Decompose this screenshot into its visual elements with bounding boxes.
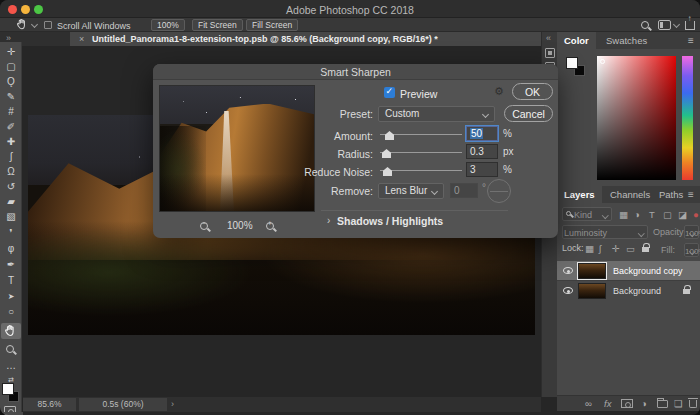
expand-panels-icon[interactable]: « bbox=[546, 33, 551, 43]
brush-tool[interactable]: ʃ bbox=[0, 151, 22, 163]
layer-name[interactable]: Background copy bbox=[613, 266, 683, 276]
lock-transparent-icon[interactable]: ▦ bbox=[585, 243, 594, 254]
layer-row-background-copy[interactable]: Background copy bbox=[557, 261, 700, 280]
hand-tool[interactable] bbox=[4, 324, 18, 340]
cancel-button[interactable]: Cancel bbox=[504, 105, 553, 122]
link-layers-icon[interactable]: ∞ bbox=[585, 398, 592, 409]
shape-tool[interactable]: ○ bbox=[0, 306, 22, 318]
tool-preset-chevron-icon[interactable] bbox=[31, 21, 38, 28]
amount-input[interactable]: 50 bbox=[466, 126, 498, 141]
tab-channels[interactable]: Channels bbox=[603, 186, 657, 203]
preview-zoom-level[interactable]: 100% bbox=[227, 220, 253, 231]
filter-adjustment-layers-icon[interactable]: ◑ bbox=[634, 209, 640, 220]
shadows-highlights-chevron-icon[interactable]: › bbox=[327, 215, 330, 226]
layer-thumbnail[interactable] bbox=[578, 263, 606, 279]
saturation-value-field[interactable] bbox=[597, 56, 676, 180]
share-icon[interactable] bbox=[685, 21, 695, 30]
layer-filter-kind-dropdown[interactable]: Kind bbox=[562, 207, 612, 221]
layers-panel-menu-icon[interactable]: ≡ bbox=[688, 189, 694, 200]
blend-mode-dropdown[interactable]: Luminosity bbox=[562, 225, 648, 239]
filter-pixel-layers-icon[interactable]: ▦ bbox=[619, 209, 628, 220]
marquee-tool[interactable]: ▢ bbox=[0, 61, 22, 73]
dialog-title[interactable]: Smart Sharpen bbox=[153, 64, 558, 80]
zoom-tool[interactable] bbox=[6, 345, 14, 353]
gear-icon[interactable]: ⚙ bbox=[494, 85, 504, 98]
close-tab-icon[interactable]: × bbox=[79, 34, 84, 44]
crop-tool[interactable]: # bbox=[0, 106, 22, 118]
preview-zoom-in-icon[interactable] bbox=[266, 222, 274, 230]
lock-label: Lock: bbox=[562, 243, 584, 253]
fill-dropdown[interactable]: 100% bbox=[684, 243, 699, 257]
reduce-noise-input[interactable]: 3 bbox=[466, 162, 498, 177]
pen-tool[interactable]: ✒ bbox=[0, 259, 22, 271]
preview-zoom-out-icon[interactable] bbox=[200, 222, 208, 230]
preset-dropdown[interactable]: Custom bbox=[378, 106, 495, 122]
eyedropper-tool[interactable]: ✐ bbox=[0, 121, 22, 133]
workspace-chevron-icon[interactable] bbox=[673, 21, 680, 28]
hue-strip[interactable] bbox=[682, 56, 693, 180]
workspace-icon[interactable] bbox=[658, 20, 671, 30]
filter-shape-layers-icon[interactable]: ▢ bbox=[663, 209, 672, 220]
layer-thumbnail[interactable] bbox=[578, 283, 606, 299]
radius-input[interactable]: 0.3 bbox=[466, 144, 498, 159]
add-mask-icon[interactable] bbox=[621, 399, 633, 408]
filter-pin-icon[interactable]: ● bbox=[693, 209, 699, 220]
new-layer-icon[interactable]: ❏ bbox=[674, 398, 683, 409]
layer-visibility-eye-icon[interactable] bbox=[563, 267, 573, 274]
gradient-tool[interactable]: ▧ bbox=[0, 211, 22, 223]
shadows-highlights-toggle[interactable]: Shadows / Highlights bbox=[337, 215, 443, 227]
reduce-noise-slider-track[interactable] bbox=[380, 170, 462, 171]
tab-layers[interactable]: Layers bbox=[557, 186, 602, 203]
history-brush-tool[interactable]: ↺ bbox=[0, 181, 22, 193]
more-tools-icon[interactable]: … bbox=[0, 360, 22, 372]
path-select-tool[interactable]: ➤ bbox=[0, 291, 22, 303]
lock-artboard-icon[interactable]: ▭ bbox=[626, 243, 635, 254]
eraser-tool[interactable]: ▰ bbox=[0, 196, 22, 208]
blur-tool[interactable]: ❜ bbox=[0, 227, 22, 239]
new-group-icon[interactable] bbox=[657, 400, 668, 408]
status-zoom-level[interactable]: 85.6% bbox=[23, 398, 76, 411]
scroll-all-windows-checkbox[interactable] bbox=[44, 21, 52, 29]
move-tool[interactable]: ✛ bbox=[0, 46, 22, 58]
filter-smart-object-icon[interactable]: ◪ bbox=[678, 209, 687, 220]
adjustment-layer-icon[interactable]: ◑ bbox=[641, 398, 647, 409]
fit-screen-button[interactable]: Fit Screen bbox=[192, 19, 243, 31]
preview-checkbox[interactable] bbox=[384, 87, 395, 98]
reduce-noise-slider-thumb[interactable] bbox=[383, 167, 392, 176]
radius-slider-track[interactable] bbox=[380, 152, 462, 153]
layer-name[interactable]: Background bbox=[613, 286, 661, 296]
tab-swatches[interactable]: Swatches bbox=[599, 32, 654, 49]
status-chevron-icon[interactable]: › bbox=[171, 399, 174, 409]
remove-dropdown[interactable]: Lens Blur bbox=[378, 183, 444, 199]
tab-paths[interactable]: Paths bbox=[652, 186, 690, 203]
layer-visibility-eye-icon[interactable] bbox=[563, 287, 573, 294]
tab-color[interactable]: Color bbox=[557, 32, 596, 49]
color-fg-swatch[interactable] bbox=[566, 57, 578, 69]
dodge-tool[interactable]: φ bbox=[0, 243, 22, 255]
lasso-tool[interactable]: Ǫ bbox=[0, 76, 22, 88]
hand-tool-icon[interactable] bbox=[16, 18, 29, 33]
search-icon[interactable] bbox=[641, 21, 649, 29]
foreground-color-swatch[interactable] bbox=[2, 383, 14, 395]
color-picker-cursor[interactable] bbox=[600, 59, 605, 64]
lock-all-icon[interactable] bbox=[642, 247, 649, 252]
ok-button[interactable]: OK bbox=[512, 83, 553, 100]
lock-paint-icon[interactable]: ʃ bbox=[599, 243, 601, 254]
type-tool[interactable]: T bbox=[0, 275, 22, 287]
layer-style-fx-icon[interactable]: fx bbox=[604, 398, 611, 409]
lock-position-icon[interactable]: ✛ bbox=[612, 243, 620, 254]
zoom-100-button[interactable]: 100% bbox=[151, 19, 185, 31]
quick-select-tool[interactable]: ✎ bbox=[0, 91, 22, 103]
document-tab[interactable]: × Untitled_Panorama1-8-extension-top.psb… bbox=[70, 32, 541, 46]
clone-stamp-tool[interactable]: Ω bbox=[0, 166, 22, 178]
color-panel-menu-icon[interactable]: ≡ bbox=[688, 35, 694, 46]
opacity-dropdown[interactable]: 100% bbox=[684, 225, 699, 239]
delete-layer-icon[interactable] bbox=[689, 400, 697, 408]
radius-slider-thumb[interactable] bbox=[382, 149, 391, 158]
collapsed-panel-icon[interactable] bbox=[545, 48, 555, 58]
layer-row-background[interactable]: Background bbox=[557, 280, 700, 299]
healing-brush-tool[interactable]: ✚ bbox=[0, 136, 22, 148]
amount-slider-thumb[interactable] bbox=[385, 131, 394, 140]
fill-screen-button[interactable]: Fill Screen bbox=[246, 19, 298, 31]
filter-type-layers-icon[interactable]: T bbox=[649, 209, 655, 220]
